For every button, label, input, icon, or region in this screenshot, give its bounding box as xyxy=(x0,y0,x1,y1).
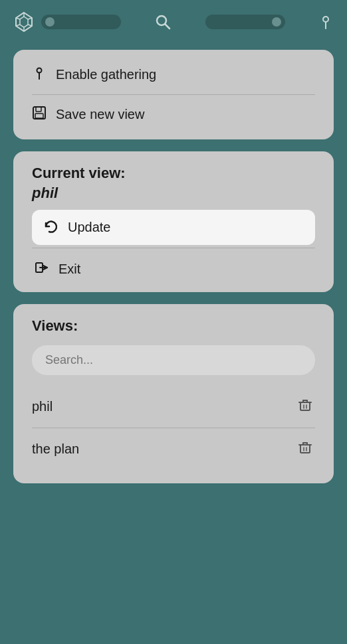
update-label: Update xyxy=(68,220,111,235)
view-item-phil[interactable]: phil xyxy=(32,386,315,428)
top-bar-left xyxy=(13,11,121,33)
cards-container: Enable gathering Save new view Current v… xyxy=(0,43,347,490)
search-icon[interactable] xyxy=(154,13,172,31)
svg-rect-26 xyxy=(300,445,310,453)
delete-phil-button[interactable] xyxy=(295,395,315,418)
svg-rect-19 xyxy=(300,402,310,410)
svg-line-9 xyxy=(166,24,170,29)
enable-gathering-label: Enable gathering xyxy=(56,67,156,82)
exit-item[interactable]: Exit xyxy=(32,251,315,287)
save-icon xyxy=(32,106,47,123)
delete-the-plan-button[interactable] xyxy=(295,438,315,461)
card-actions: Enable gathering Save new view xyxy=(13,50,334,139)
current-view-header: Current view: xyxy=(32,165,315,182)
left-pill xyxy=(41,15,121,29)
svg-point-10 xyxy=(323,17,328,22)
pin-small-icon xyxy=(32,66,47,84)
current-view-name: phil xyxy=(32,185,315,202)
svg-rect-16 xyxy=(35,114,43,118)
pin-icon[interactable] xyxy=(318,14,334,30)
current-view-title: Current view: xyxy=(32,165,126,181)
enable-gathering-item[interactable]: Enable gathering xyxy=(13,55,334,94)
pill-dot-right xyxy=(272,17,281,27)
views-title: Views: xyxy=(32,317,315,335)
save-new-view-item[interactable]: Save new view xyxy=(13,95,334,134)
logo-icon[interactable] xyxy=(13,11,35,33)
card-current-view: Current view: phil Update Exit xyxy=(13,151,334,292)
view-item-name-phil: phil xyxy=(32,399,53,414)
exit-icon xyxy=(35,260,49,278)
right-pill xyxy=(205,15,285,29)
card-views: Views: phil the plan xyxy=(13,304,334,483)
svg-rect-15 xyxy=(36,107,41,112)
card2-divider xyxy=(32,248,315,248)
svg-point-12 xyxy=(37,68,42,73)
top-bar xyxy=(0,0,347,43)
view-item-name-the-plan: the plan xyxy=(32,442,79,457)
update-button[interactable]: Update xyxy=(32,210,315,245)
svg-marker-1 xyxy=(20,17,28,27)
view-item-the-plan[interactable]: the plan xyxy=(32,428,315,470)
update-icon xyxy=(44,219,58,236)
pill-dot-left xyxy=(45,17,55,27)
save-new-view-label: Save new view xyxy=(56,107,144,122)
exit-label: Exit xyxy=(58,262,80,277)
search-container[interactable] xyxy=(32,345,315,375)
search-input[interactable] xyxy=(45,353,302,367)
